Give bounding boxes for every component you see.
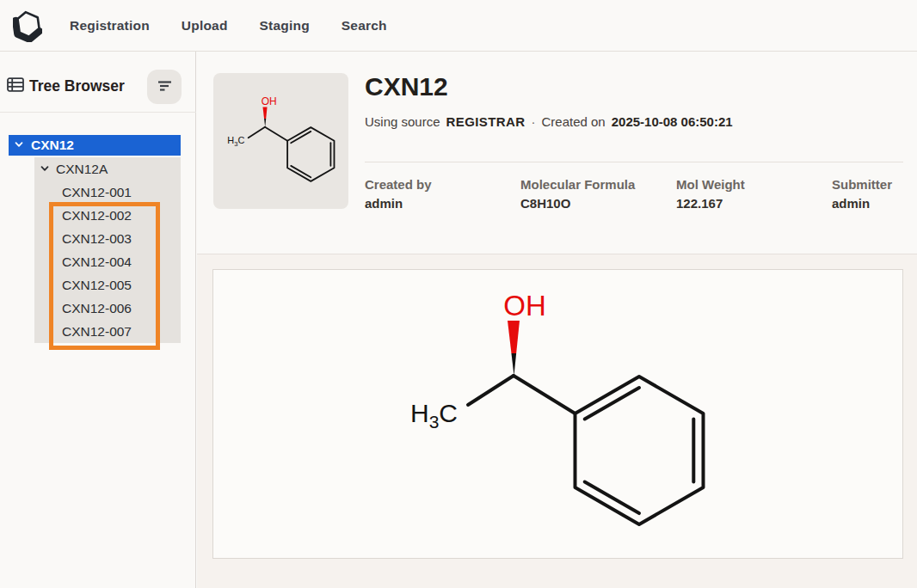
nav-item-upload[interactable]: Upload — [182, 18, 228, 34]
meta-separator: · — [531, 114, 535, 129]
tree-item-label: CXN12 — [31, 138, 74, 153]
tree-item-label: CXN12-002 — [62, 208, 132, 224]
field-value: 122.167 — [676, 196, 745, 211]
tree-item-label: CXN12-003 — [62, 231, 132, 247]
compound-title: CXN12 — [365, 72, 448, 101]
chevron-down-icon[interactable] — [14, 138, 24, 153]
structure-thumbnail[interactable]: OH H3C — [213, 73, 348, 209]
using-source-label: Using source — [365, 114, 440, 129]
compound-body: OH H3C — [197, 254, 917, 588]
chevron-down-icon[interactable] — [40, 162, 50, 177]
field-mol-weight: Mol Weight 122.167 — [676, 177, 745, 211]
nav-item-registration[interactable]: Registration — [70, 18, 150, 34]
field-label: Created by — [365, 177, 432, 192]
sort-tree-button[interactable] — [147, 70, 182, 104]
tree-item-label: CXN12-006 — [62, 301, 132, 316]
tree-browser-sidebar: Tree Browser CXN12 — [0, 52, 196, 588]
tree-item-leaf[interactable]: CXN12-004 — [62, 250, 132, 273]
field-value: C8H10O — [520, 196, 635, 211]
wedge-bond — [508, 321, 520, 376]
tree-item-leaf[interactable]: CXN12-003 — [62, 227, 132, 250]
table-rows-icon — [7, 77, 24, 95]
methyl-label: H3C — [410, 399, 458, 432]
wedge-bond — [262, 107, 267, 126]
created-on-label: Created on — [541, 114, 605, 129]
hexagon-logo-icon[interactable] — [12, 9, 43, 43]
structure-canvas: OH H3C — [212, 269, 903, 559]
field-created-by: Created by admin — [365, 177, 432, 211]
tree-item-label: CXN12-005 — [62, 278, 132, 293]
tree-item-label: CXN12-001 — [62, 185, 132, 200]
tree-item-label: CXN12A — [56, 162, 108, 177]
sort-icon — [157, 80, 172, 95]
tree-item-leaf[interactable]: CXN12-007 — [62, 320, 132, 343]
created-at-value: 2025-10-08 06:50:21 — [612, 114, 733, 129]
sidebar-title: Tree Browser — [29, 77, 125, 95]
compound-meta: Using source REGISTRAR · Created on 2025… — [365, 114, 733, 129]
tree-item-leaf[interactable]: CXN12-005 — [62, 273, 132, 297]
tree-item-root[interactable]: CXN12 — [9, 135, 181, 156]
tree-item-leaf[interactable]: CXN12-001 — [62, 181, 132, 204]
hydroxyl-label: OH — [503, 291, 546, 322]
methyl-label: H3C — [227, 135, 244, 148]
nav-item-search[interactable]: Search — [342, 18, 387, 34]
molecule-thumbnail-drawing: OH H3C — [225, 96, 338, 186]
tree-item-leaf[interactable]: CXN12-002 — [62, 204, 132, 227]
field-label: Submitter — [832, 177, 892, 192]
tree-item-label: CXN12-004 — [62, 254, 132, 270]
sidebar-header: Tree Browser — [0, 52, 196, 113]
field-label: Mol Weight — [676, 177, 745, 192]
field-value: admin — [832, 196, 892, 211]
field-submitter: Submitter admin — [832, 177, 892, 211]
nav-item-staging[interactable]: Staging — [260, 18, 310, 34]
tree-item-child[interactable]: CXN12A — [40, 157, 108, 181]
app-window: Registration Upload Staging Search Tree … — [0, 0, 917, 588]
molecule-drawing: OH H3C — [403, 291, 713, 536]
field-value: admin — [365, 196, 432, 211]
nav-menu: Registration Upload Staging Search — [70, 18, 387, 34]
hydroxyl-label: OH — [261, 96, 276, 107]
tree-item-leaf[interactable]: CXN12-006 — [62, 297, 132, 320]
field-label: Molecular Formula — [520, 177, 635, 192]
source-value: REGISTRAR — [446, 114, 526, 129]
top-nav: Registration Upload Staging Search — [0, 0, 917, 52]
header-divider — [365, 162, 903, 162]
tree-item-label: CXN12-007 — [62, 324, 132, 340]
compound-tree: CXN12 CXN12A CXN12-001 CXN12-002 CXN12-0… — [0, 113, 196, 588]
compound-header: OH H3C CXN12 Using source REGISTRAR · Cr… — [197, 52, 917, 254]
field-molecular-formula: Molecular Formula C8H10O — [520, 177, 635, 211]
